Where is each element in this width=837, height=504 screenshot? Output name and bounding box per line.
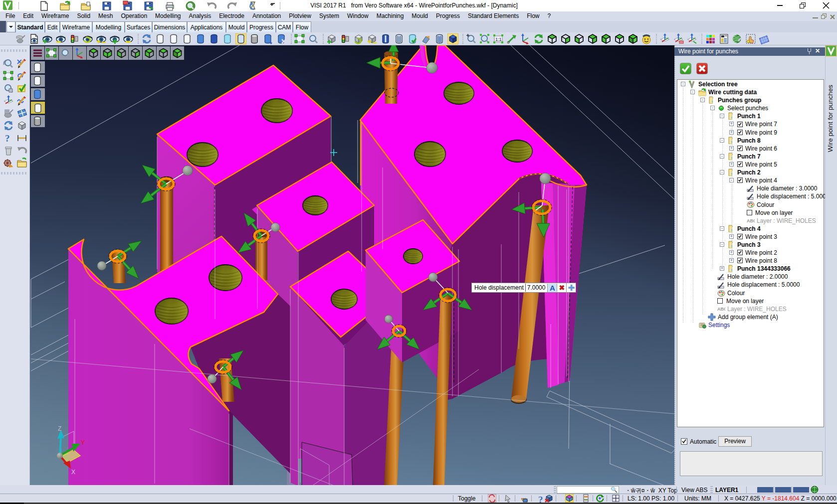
svg-text:1:1: 1:1	[495, 37, 502, 42]
svg-text:ABC: ABC	[747, 218, 755, 223]
svg-text:?: ?	[5, 133, 10, 144]
svg-text:ABC: ABC	[717, 307, 725, 312]
svg-text:Z: Z	[58, 425, 61, 432]
svg-text:?: ?	[538, 495, 543, 503]
svg-text:Y: Y	[81, 439, 85, 446]
svg-text:X: X	[71, 469, 75, 476]
